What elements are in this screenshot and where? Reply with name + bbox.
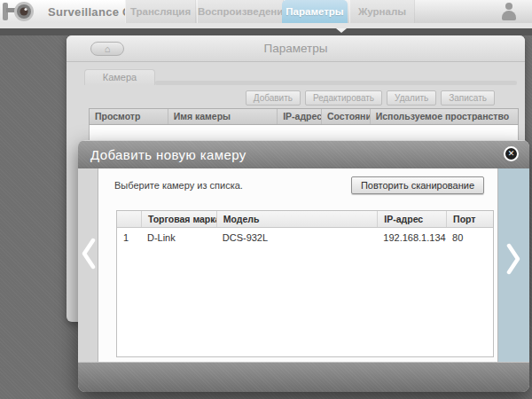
table-header-row: Торговая марка Модель IP-адрес Порт [117, 211, 493, 228]
app-header: Surveillance Center Трансляция Воспроизв… [0, 0, 532, 23]
column-header-ip: IP-адрес [277, 109, 321, 124]
column-header-camera-name: Имя камеры [168, 109, 277, 124]
column-header-status: Состояние [321, 109, 370, 124]
previous-page-arrow[interactable] [78, 168, 98, 362]
tab-playback[interactable]: Воспроизведение [197, 0, 284, 23]
cell-model: DCS-932L [216, 228, 378, 247]
header-dark-divider [0, 28, 532, 35]
column-header-ip-address: IP-адрес [377, 211, 446, 227]
close-icon[interactable]: ✕ [504, 146, 519, 161]
camera-actions-toolbar: Добавить Редактировать Удалить Записать [246, 90, 495, 106]
cell-brand: D-Link [141, 228, 216, 247]
chevron-left-icon [81, 238, 97, 270]
tab-strip-divider [155, 81, 517, 85]
cell-ip-address: 192.168.1.134 [377, 228, 446, 247]
table-row-camera-1[interactable]: 1 D-Link DCS-932L 192.168.1.134 80 [117, 228, 493, 247]
tab-live-view[interactable]: Трансляция [125, 0, 196, 23]
camera-scan-panel: Выберите камеру из списка. Повторить ска… [98, 168, 498, 362]
active-tab-pointer [336, 28, 347, 33]
tab-camera[interactable]: Камера [84, 69, 155, 85]
tab-settings-active[interactable]: Параметры [282, 0, 348, 23]
column-header-port: Порт [446, 211, 493, 227]
column-header-brand: Торговая марка [141, 211, 216, 227]
column-header-preview: Просмотр [90, 109, 168, 124]
dialog-footer [78, 362, 529, 392]
camera-list-header-row: Просмотр Имя камеры IP-адрес Состояние И… [89, 108, 519, 125]
surveillance-camera-logo-icon [3, 1, 40, 22]
tab-logs[interactable]: Журналы [349, 0, 415, 23]
settings-panel-header: Параметры ⌂ [66, 35, 525, 62]
column-header-used-space: Используемое пространство [370, 109, 518, 124]
edit-camera-button[interactable]: Редактировать [305, 90, 382, 106]
add-camera-dialog: Добавить новую камеру ✕ Выберите камеру … [78, 140, 529, 392]
home-button[interactable]: ⌂ [90, 42, 124, 56]
settings-panel-title: Параметры [66, 35, 525, 62]
chevron-right-icon [505, 243, 521, 275]
home-icon: ⌂ [105, 43, 111, 54]
instruction-text: Выберите камеру из списка. [114, 180, 243, 191]
user-account-icon[interactable] [498, 3, 520, 21]
cell-port: 80 [446, 228, 493, 247]
next-page-arrow[interactable] [498, 168, 529, 362]
dialog-title: Добавить новую камеру [90, 140, 246, 168]
cell-index: 1 [117, 228, 141, 247]
discovered-cameras-table: Торговая марка Модель IP-адрес Порт 1 D-… [116, 210, 494, 357]
add-camera-button[interactable]: Добавить [246, 90, 301, 106]
dialog-titlebar: Добавить новую камеру ✕ [78, 140, 529, 168]
column-header-model: Модель [216, 211, 378, 227]
rescan-button[interactable]: Повторить сканирование [351, 176, 484, 194]
record-camera-button[interactable]: Записать [441, 90, 495, 106]
dialog-body: Выберите камеру из списка. Повторить ска… [78, 168, 529, 362]
column-header-index [117, 211, 141, 227]
delete-camera-button[interactable]: Удалить [387, 90, 436, 106]
